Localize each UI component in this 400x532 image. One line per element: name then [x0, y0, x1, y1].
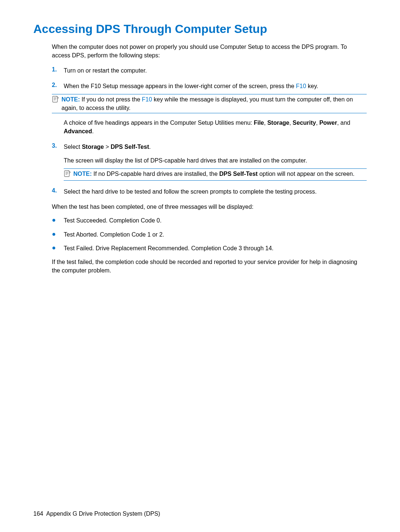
list-item-text: Test Succeeded. Completion Code 0.: [64, 216, 161, 225]
svg-rect-0: [53, 96, 57, 102]
menu-heading: File: [254, 120, 264, 126]
menu-heading: Advanced: [64, 128, 92, 134]
note-icon: [52, 96, 59, 105]
svg-rect-4: [64, 171, 69, 177]
key-reference: F10: [142, 96, 152, 103]
note-callout: NOTE: If you do not press the F10 key wh…: [52, 94, 367, 113]
text-fragment: ,: [316, 120, 319, 126]
note-callout: NOTE: If no DPS-capable hard drives are …: [64, 168, 367, 181]
key-reference: F10: [296, 83, 306, 89]
text-fragment: When the F10 Setup message appears in th…: [64, 83, 296, 89]
text-fragment: , and: [337, 120, 350, 126]
intro-paragraph: When the computer does not power on prop…: [52, 43, 367, 60]
menu-item: DPS Self-Test: [111, 144, 149, 150]
page-footer: 164 Appendix G Drive Protection System (…: [33, 511, 160, 517]
text-fragment: >: [104, 144, 111, 150]
appendix-label: Appendix G Drive Protection System (DPS): [46, 511, 160, 517]
note-icon: [64, 170, 71, 180]
steps-list: 1. Turn on or restart the computer. 2. W…: [52, 66, 367, 196]
step-sub-paragraph: A choice of five headings appears in the…: [64, 118, 367, 135]
step-text: Select the hard drive to be tested and f…: [64, 187, 367, 196]
step-number: 4.: [52, 187, 64, 194]
note-label: NOTE:: [73, 171, 92, 177]
text-fragment: option will not appear on the screen.: [258, 171, 355, 177]
bullet-icon: ●: [52, 216, 64, 224]
step-number: 3.: [52, 143, 64, 149]
text-fragment: A choice of five headings appears in the…: [64, 120, 254, 126]
step-1: 1. Turn on or restart the computer.: [52, 66, 367, 75]
list-item: ● Test Aborted. Completion Code 1 or 2.: [52, 230, 367, 239]
step-number: 1.: [52, 66, 64, 73]
note-label: NOTE:: [61, 96, 80, 103]
step-2: 2. When the F10 Setup message appears in…: [52, 82, 367, 136]
option-name: DPS Self-Test: [219, 171, 258, 177]
step-sub-paragraph: The screen will display the list of DPS-…: [64, 156, 367, 165]
page-number: 164: [33, 511, 43, 517]
after-list-paragraph: When the test has been completed, one of…: [52, 203, 367, 211]
closing-paragraph: If the test failed, the completion code …: [52, 258, 367, 275]
step-4: 4. Select the hard drive to be tested an…: [52, 187, 367, 196]
text-fragment: .: [149, 144, 150, 150]
bullet-icon: ●: [52, 244, 64, 252]
text-fragment: If you do not press the: [80, 96, 142, 103]
document-page: Accessing DPS Through Computer Setup Whe…: [0, 0, 400, 532]
bullet-icon: ●: [52, 230, 64, 238]
note-content: NOTE: If no DPS-capable hard drives are …: [73, 170, 367, 178]
step-text: When the F10 Setup message appears in th…: [64, 82, 367, 90]
list-item: ● Test Failed. Drive Replacement Recomme…: [52, 244, 367, 252]
step-number: 2.: [52, 82, 64, 88]
text-fragment: If no DPS-capable hard drives are instal…: [92, 171, 219, 177]
menu-item: Storage: [82, 144, 104, 150]
text-fragment: ,: [289, 120, 293, 126]
text-fragment: key.: [306, 83, 319, 89]
list-item-text: Test Aborted. Completion Code 1 or 2.: [64, 230, 164, 239]
menu-heading: Security: [293, 120, 316, 126]
results-list: ● Test Succeeded. Completion Code 0. ● T…: [52, 216, 367, 252]
note-content: NOTE: If you do not press the F10 key wh…: [61, 95, 367, 112]
step-3: 3. Select Storage > DPS Self-Test. The s…: [52, 143, 367, 181]
text-fragment: ,: [264, 120, 267, 126]
text-fragment: Select: [64, 144, 82, 150]
page-title: Accessing DPS Through Computer Setup: [33, 22, 367, 36]
list-item-text: Test Failed. Drive Replacement Recommend…: [64, 244, 274, 252]
menu-heading: Storage: [267, 120, 290, 126]
body-content: When the computer does not power on prop…: [52, 43, 367, 275]
step-text: Turn on or restart the computer.: [64, 66, 367, 75]
text-fragment: .: [92, 128, 93, 134]
list-item: ● Test Succeeded. Completion Code 0.: [52, 216, 367, 225]
menu-heading: Power: [319, 120, 337, 126]
step-text: Select Storage > DPS Self-Test.: [64, 143, 367, 151]
